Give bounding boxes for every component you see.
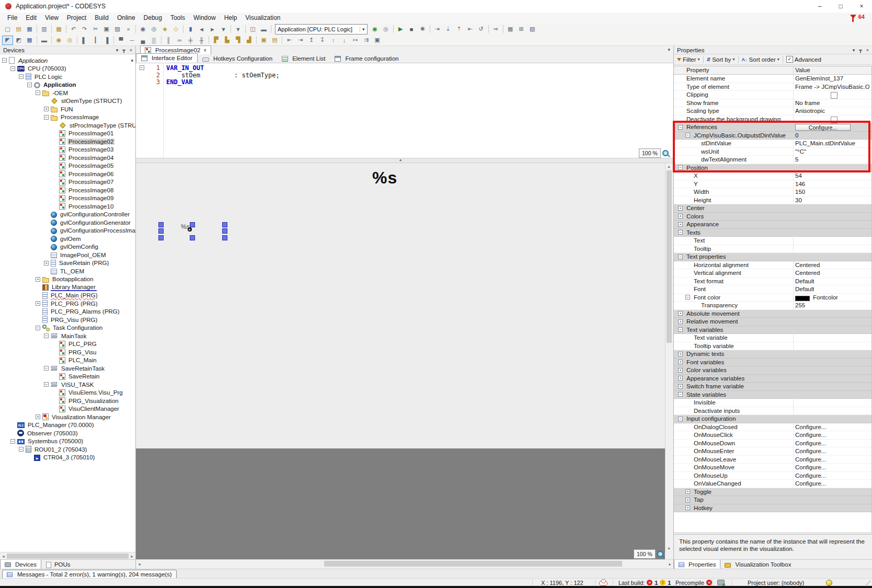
expander-icon[interactable]: − bbox=[10, 439, 15, 444]
text-element-icon[interactable]: ▬ bbox=[39, 36, 50, 45]
expander-icon[interactable]: + bbox=[678, 368, 683, 373]
expander-icon[interactable]: + bbox=[678, 206, 683, 211]
minimize-button[interactable]: – bbox=[809, 0, 830, 13]
move-down-icon[interactable]: ↓ bbox=[339, 36, 350, 45]
property-row[interactable]: Deactivate the background drawing bbox=[674, 116, 871, 124]
panel-menu-icon[interactable]: ▾ bbox=[116, 48, 119, 53]
property-row[interactable]: Width150 bbox=[674, 188, 871, 197]
distribute-horizontal-icon[interactable]: ║ bbox=[163, 36, 174, 45]
expander-icon[interactable]: − bbox=[678, 255, 683, 259]
property-row[interactable]: OnMouseUpConfigure... bbox=[674, 472, 871, 480]
property-row[interactable]: OnMouseClickConfigure... bbox=[674, 431, 871, 440]
logout-icon[interactable]: ◎ bbox=[381, 25, 392, 34]
property-row[interactable]: −Font colorFontcolor bbox=[674, 294, 871, 302]
print-icon[interactable]: ▥ bbox=[39, 25, 50, 34]
property-row[interactable]: Element nameGenElemInst_137 bbox=[674, 75, 871, 83]
devices-horizontal-scrollbar[interactable]: ◂ ▸ bbox=[0, 552, 135, 560]
property-row[interactable]: dwTextAlignment5 bbox=[674, 156, 871, 164]
code-line[interactable]: 3END_VAR bbox=[136, 79, 673, 86]
login-icon[interactable]: ◉ bbox=[370, 25, 381, 34]
property-row[interactable]: Text bbox=[674, 237, 871, 245]
property-row[interactable]: −Text properties bbox=[674, 253, 871, 261]
expander-icon[interactable]: − bbox=[27, 83, 32, 87]
resize-handle[interactable] bbox=[158, 228, 164, 234]
property-row[interactable]: Invisible bbox=[674, 399, 871, 407]
align-top-icon[interactable]: ▀ bbox=[116, 36, 127, 45]
property-value[interactable]: Configure... bbox=[795, 456, 826, 463]
property-row[interactable]: OnMouseEnterConfigure... bbox=[674, 447, 871, 456]
canvas-horizontal-scrollbar[interactable]: ◂ ▸ bbox=[136, 559, 673, 568]
code-line[interactable]: 2 stOem : stOemType; bbox=[136, 72, 673, 79]
tree-item[interactable]: SaveRetain bbox=[0, 373, 135, 381]
resize-handle[interactable] bbox=[158, 235, 164, 240]
dock-top-icon[interactable]: ↥ bbox=[306, 36, 317, 45]
expander-icon[interactable]: − bbox=[19, 447, 24, 452]
align-middle-icon[interactable]: ─ bbox=[127, 36, 137, 45]
messages-button[interactable]: Messages - Total 2 error(s), 1 warning(s… bbox=[2, 570, 177, 579]
property-value[interactable]: Configure... bbox=[795, 472, 826, 479]
dock-right-icon[interactable]: ⇥ bbox=[295, 36, 306, 45]
tree-item[interactable]: −Application▾ bbox=[0, 56, 135, 65]
property-row[interactable]: X54 bbox=[674, 172, 871, 180]
resize-handle[interactable] bbox=[158, 222, 164, 227]
tree-item[interactable]: ProcessImage01 bbox=[0, 130, 135, 138]
resize-handle[interactable] bbox=[222, 222, 227, 227]
splitter-collapse-icon[interactable]: ▴ bbox=[399, 157, 401, 162]
menu-debug[interactable]: Debug bbox=[140, 13, 166, 24]
menu-visualization[interactable]: Visualization bbox=[241, 13, 284, 24]
tree-item[interactable]: −ProcessImage bbox=[0, 113, 135, 122]
property-row[interactable]: −Position bbox=[674, 164, 871, 172]
tree-item[interactable]: TL_OEM bbox=[0, 267, 135, 275]
tree-item[interactable]: CTR04_3 (705010) bbox=[0, 454, 135, 462]
property-row[interactable]: Text formatDefault bbox=[674, 278, 871, 286]
expander-icon[interactable]: + bbox=[678, 360, 683, 364]
property-row[interactable]: −Text variables bbox=[674, 326, 871, 335]
property-row[interactable]: Height30 bbox=[674, 197, 871, 205]
menu-build[interactable]: Build bbox=[90, 13, 113, 24]
tree-item[interactable]: ProcessImage03 bbox=[0, 146, 135, 154]
property-value[interactable]: Configure... bbox=[795, 448, 826, 454]
tree-item[interactable]: +SaveRetain (PRG) bbox=[0, 259, 135, 268]
close-icon[interactable]: × bbox=[866, 48, 869, 53]
property-row[interactable]: Scaling typeAnisotropic bbox=[674, 107, 871, 116]
tree-item[interactable]: −ROU01_2 (705043) bbox=[0, 445, 135, 454]
tree-item[interactable]: gvlOem bbox=[0, 235, 135, 243]
bookmark-prev-icon[interactable]: ◄ bbox=[196, 25, 207, 34]
property-row[interactable]: −State variables bbox=[674, 391, 871, 399]
magnifier-icon[interactable] bbox=[657, 551, 663, 557]
expander-icon[interactable]: + bbox=[685, 489, 690, 494]
build-icon[interactable]: ▼ bbox=[233, 25, 244, 34]
property-value[interactable]: Configure... bbox=[795, 464, 826, 470]
tree-item[interactable]: Library Manager bbox=[0, 283, 135, 292]
menu-file[interactable]: File bbox=[3, 13, 21, 24]
bookmark-next-icon[interactable]: ► bbox=[207, 25, 218, 34]
resize-handle[interactable] bbox=[190, 235, 195, 240]
property-row[interactable]: OnValueChangedConfigure... bbox=[674, 480, 871, 488]
align-right-icon[interactable]: ▐ bbox=[101, 36, 112, 45]
expander-icon[interactable]: − bbox=[44, 333, 49, 338]
reset-icon[interactable]: ↺ bbox=[476, 25, 487, 34]
configure-button[interactable]: Configure... bbox=[795, 124, 851, 131]
dock-left-icon[interactable]: ⇤ bbox=[284, 36, 295, 45]
move-up-icon[interactable]: ↑ bbox=[328, 36, 339, 45]
element-find-icon[interactable]: ◉ bbox=[53, 36, 64, 45]
tab-pous[interactable]: POUs bbox=[41, 560, 75, 569]
start-icon[interactable]: ▶ bbox=[395, 25, 406, 34]
menu-window[interactable]: Window bbox=[189, 13, 220, 24]
resize-grip[interactable] bbox=[866, 580, 870, 585]
background-element-icon[interactable]: ▣ bbox=[372, 36, 383, 45]
resize-handle[interactable] bbox=[222, 235, 227, 240]
expander-icon[interactable]: − bbox=[2, 58, 7, 63]
tree-item[interactable]: −-OEM bbox=[0, 89, 135, 97]
expander-icon[interactable]: + bbox=[44, 107, 49, 111]
property-row[interactable]: +Switch frame variable bbox=[674, 383, 871, 391]
call-tree-icon[interactable]: ⊞ bbox=[516, 25, 527, 34]
editor-zoom-level[interactable]: 100 % bbox=[639, 148, 661, 158]
close-button[interactable]: × bbox=[851, 0, 872, 13]
property-row[interactable]: +Absolute movement bbox=[674, 310, 871, 318]
expander-icon[interactable]: − bbox=[678, 392, 683, 397]
scroll-left-icon[interactable]: ◂ bbox=[136, 562, 143, 567]
bring-to-front-icon[interactable]: ▛ bbox=[211, 36, 222, 45]
property-row[interactable]: Tooltip bbox=[674, 245, 871, 253]
open-project-icon[interactable]: ▤ bbox=[13, 25, 24, 34]
